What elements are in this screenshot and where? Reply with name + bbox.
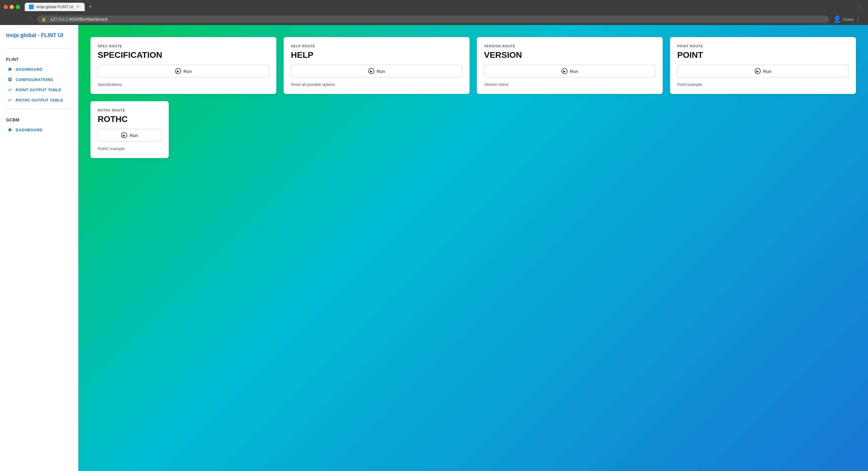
profile-icon[interactable]: 👤 [833, 15, 841, 23]
help-description: Show all possible options [291, 82, 462, 87]
help-card: HELP ROUTE HELP ▶ Run Show all possible … [284, 37, 470, 94]
tab-label: moja global FLINT UI [36, 4, 73, 9]
maximize-button[interactable] [16, 5, 20, 9]
spec-run-icon: ▶ [175, 68, 181, 74]
tab-close-button[interactable]: ✕ [76, 4, 81, 9]
sidebar: moja global - FLINT UI FLINT DASHBOARD C… [0, 25, 79, 471]
chart-icon-point [7, 87, 13, 93]
app-container: moja global - FLINT UI FLINT DASHBOARD C… [0, 25, 868, 471]
rothc-run-label: Run [130, 133, 138, 138]
nav-row: ← → ↻ 🔒 👤 Guest ⋮ [4, 13, 864, 25]
help-run-icon: ▶ [368, 68, 374, 74]
sidebar-divider-mid [6, 109, 72, 109]
point-card-title: POINT [677, 50, 849, 60]
rothc-card-title: ROTHC [98, 114, 161, 124]
point-route-label: POINT ROUTE [677, 44, 849, 48]
help-run-label: Run [377, 69, 385, 74]
sidebar-label-gcbm-dashboard: DASHBOARD [16, 128, 42, 132]
sidebar-item-flint-dashboard[interactable]: DASHBOARD [6, 64, 72, 74]
back-button[interactable]: ← [7, 16, 16, 23]
sidebar-divider-top [6, 48, 72, 48]
version-card: VERSION ROUTE VERSION ▶ Run Version chec… [477, 37, 663, 94]
point-run-icon: ▶ [755, 68, 761, 74]
cards-row-2: ROTHC ROUTE ROTHC ▶ Run RothC example [90, 101, 856, 158]
spec-card: SPEC ROUTE SPECIFICATION ▶ Run Specifica… [90, 37, 276, 94]
forward-button[interactable]: → [18, 16, 26, 23]
main-content: SPEC ROUTE SPECIFICATION ▶ Run Specifica… [79, 25, 868, 471]
spec-run-button[interactable]: ▶ Run [98, 65, 269, 77]
sidebar-item-rothc-output[interactable]: ROTHC OUTPUT TABLE [6, 95, 72, 105]
spec-run-label: Run [184, 69, 192, 74]
version-run-label: Run [570, 69, 578, 74]
version-route-label: VERSION ROUTE [484, 44, 655, 48]
section-title-gcbm: GCBM [6, 117, 72, 122]
spec-description: Specifications [98, 82, 269, 87]
tab-favicon [29, 4, 34, 9]
house-icon-gcbm [7, 127, 13, 133]
rothc-card: ROTHC ROUTE ROTHC ▶ Run RothC example [90, 101, 169, 158]
version-run-button[interactable]: ▶ Run [484, 65, 655, 77]
rothc-run-button[interactable]: ▶ Run [98, 129, 161, 141]
vertical-dots-icon[interactable]: ⋮ [857, 4, 862, 10]
point-card: POINT ROUTE POINT ▶ Run Point example [670, 37, 856, 94]
rothc-run-icon: ▶ [121, 132, 127, 138]
help-run-button[interactable]: ▶ Run [291, 65, 462, 77]
chart-icon-rothc [7, 97, 13, 103]
sidebar-label-dashboard: DASHBOARD [16, 67, 42, 72]
help-route-label: HELP ROUTE [291, 44, 462, 48]
point-run-button[interactable]: ▶ Run [677, 65, 849, 77]
tab-bar: moja global FLINT UI ✕ + ⋮ [4, 2, 864, 11]
browser-tab[interactable]: moja global FLINT UI ✕ [25, 3, 85, 11]
rothc-description: RothC example [98, 146, 161, 151]
reload-button[interactable]: ↻ [28, 16, 35, 23]
version-description: Version check [484, 82, 655, 87]
version-card-title: VERSION [484, 50, 655, 60]
new-tab-button[interactable]: + [87, 2, 95, 11]
version-run-icon: ▶ [561, 68, 567, 74]
address-input[interactable] [50, 17, 825, 22]
spec-route-label: SPEC ROUTE [98, 44, 269, 48]
sidebar-item-gcbm-dashboard[interactable]: DASHBOARD [6, 125, 72, 135]
sidebar-label-configurations: CONFIGURATIONS [16, 77, 53, 82]
point-description: Point example [677, 82, 849, 87]
cards-row-1: SPEC ROUTE SPECIFICATION ▶ Run Specifica… [90, 37, 856, 94]
sidebar-label-point-output: POINT OUTPUT TABLE [16, 88, 61, 92]
profile-label: Guest [843, 17, 854, 22]
point-run-label: Run [763, 69, 772, 74]
sidebar-label-rothc-output: ROTHC OUTPUT TABLE [16, 98, 63, 102]
sidebar-item-configurations[interactable]: CONFIGURATIONS [6, 74, 72, 85]
spec-card-title: SPECIFICATION [98, 50, 269, 60]
close-button[interactable] [4, 5, 8, 9]
sidebar-logo: moja global - FLINT UI [6, 32, 72, 38]
sidebar-item-point-output[interactable]: POINT OUTPUT TABLE [6, 85, 72, 95]
section-title-flint: FLINT [6, 57, 72, 62]
lock-icon: 🔒 [41, 17, 46, 22]
browser-chrome: moja global FLINT UI ✕ + ⋮ ← → ↻ 🔒 👤 Gue… [0, 0, 868, 25]
gear-icon [7, 77, 13, 82]
window-controls [4, 5, 20, 9]
minimize-button[interactable] [10, 5, 14, 9]
help-card-title: HELP [291, 50, 462, 60]
browser-menu-button[interactable]: ⋮ [855, 16, 861, 23]
house-icon [7, 67, 13, 72]
rothc-route-label: ROTHC ROUTE [98, 108, 161, 112]
